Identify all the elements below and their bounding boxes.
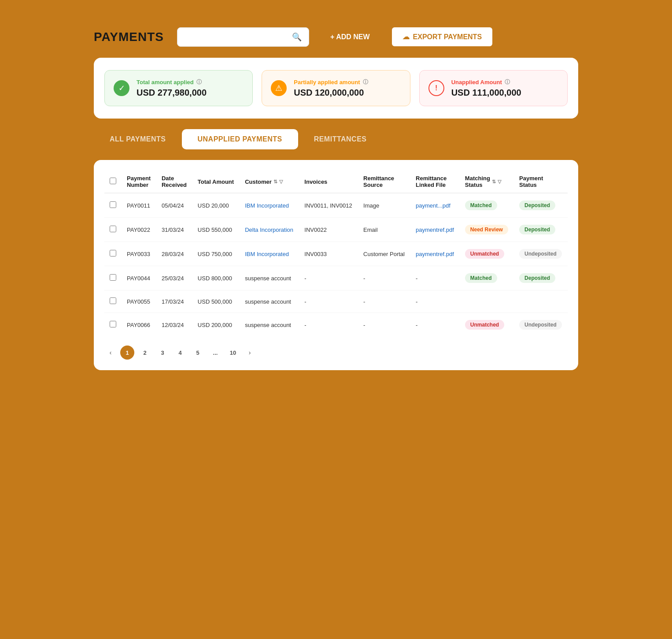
page-5-button[interactable]: 5 xyxy=(191,346,205,360)
cell-total-amount: USD 500,000 xyxy=(192,290,240,313)
cell-remittance-source: - xyxy=(358,290,410,313)
matching-status-badge: Matched xyxy=(465,273,497,283)
cell-remittance-linked-file[interactable]: paymentref.pdf xyxy=(410,218,460,242)
table-row: PAY004425/03/24USD 800,000suspense accou… xyxy=(104,266,568,290)
check-icon: ✓ xyxy=(114,80,129,96)
add-new-button[interactable]: + ADD NEW xyxy=(318,28,382,46)
cell-customer: suspense account xyxy=(240,266,299,290)
page-3-button[interactable]: 3 xyxy=(155,346,170,360)
row-checkbox-3[interactable] xyxy=(110,274,116,281)
row-checkbox-1[interactable] xyxy=(110,226,116,232)
col-remittance-source: RemittanceSource xyxy=(358,171,410,193)
page-10-button[interactable]: 10 xyxy=(226,346,240,360)
select-all-checkbox[interactable] xyxy=(110,178,116,184)
customer-filter-icon[interactable]: ⇅ xyxy=(273,179,277,185)
tab-all-payments[interactable]: ALL PAYMENTS xyxy=(94,129,182,149)
remittance-file-link[interactable]: paymentref.pdf xyxy=(416,251,454,257)
matching-sort-icon[interactable]: ▽ xyxy=(498,179,501,185)
cell-date-received: 17/03/24 xyxy=(156,290,192,313)
matching-status-badge: Need Review xyxy=(465,225,508,234)
col-matching-status: MatchingStatus ⇅ ▽ xyxy=(460,171,514,193)
cell-invoices: INV0022 xyxy=(299,218,358,242)
cell-matching-status: Matched xyxy=(460,266,514,290)
cell-payment-number: PAY0055 xyxy=(122,290,156,313)
row-checkbox-4[interactable] xyxy=(110,297,116,304)
cell-remittance-source: - xyxy=(358,313,410,337)
cell-matching-status xyxy=(460,290,514,313)
warning-icon: ⚠ xyxy=(271,80,287,96)
col-customer: Customer ⇅ ▽ xyxy=(240,171,299,193)
cell-payment-number: PAY0011 xyxy=(122,193,156,218)
customer-link[interactable]: IBM Incorporated xyxy=(245,202,289,209)
cell-invoices: - xyxy=(299,313,358,337)
cell-total-amount: USD 750,000 xyxy=(192,242,240,266)
tab-unapplied-payments[interactable]: UNAPPLIED PAYMENTS xyxy=(182,129,298,149)
page-title: PAYMENTS xyxy=(94,30,164,44)
remittance-file-link[interactable]: payment...pdf xyxy=(416,202,450,209)
cell-customer[interactable]: IBM Incorporated xyxy=(240,242,299,266)
customer-link[interactable]: IBM Incorporated xyxy=(245,251,289,257)
cell-payment-number: PAY0066 xyxy=(122,313,156,337)
cell-total-amount: USD 550,000 xyxy=(192,218,240,242)
cell-customer[interactable]: Delta Incorporation xyxy=(240,218,299,242)
cell-payment-status: Undeposited xyxy=(514,313,568,337)
cell-customer: suspense account xyxy=(240,313,299,337)
matching-filter-icon[interactable]: ⇅ xyxy=(492,179,496,185)
cell-customer[interactable]: IBM Incorporated xyxy=(240,193,299,218)
customer-link[interactable]: Delta Incorporation xyxy=(245,227,293,233)
page-1-button[interactable]: 1 xyxy=(120,346,134,360)
cell-remittance-source: Email xyxy=(358,218,410,242)
unapplied-label: Unapplied Amount ⓘ xyxy=(451,78,521,86)
cell-date-received: 25/03/24 xyxy=(156,266,192,290)
page-4-button[interactable]: 4 xyxy=(173,346,187,360)
col-payment-status: PaymentStatus xyxy=(514,171,568,193)
cell-payment-status xyxy=(514,290,568,313)
export-payments-button[interactable]: ☁ EXPORT PAYMENTS xyxy=(391,26,493,47)
row-checkbox-2[interactable] xyxy=(110,250,116,256)
cell-invoices: - xyxy=(299,266,358,290)
page-ellipsis: ... xyxy=(208,346,222,360)
row-checkbox-0[interactable] xyxy=(110,201,116,208)
total-applied-card: ✓ Total amount applied ⓘ USD 277,980,000 xyxy=(104,70,253,106)
info-icon-partial[interactable]: ⓘ xyxy=(363,78,368,86)
table-row: PAY001105/04/24USD 20,000IBM Incorporate… xyxy=(104,193,568,218)
pagination: ‹ 1 2 3 4 5 ... 10 › xyxy=(104,346,568,360)
prev-page-button[interactable]: ‹ xyxy=(104,346,117,359)
customer-sort-icon[interactable]: ▽ xyxy=(279,179,283,185)
search-input[interactable] xyxy=(185,33,292,41)
cell-payment-status: Deposited xyxy=(514,266,568,290)
tab-remittances[interactable]: REMITTANCES xyxy=(298,129,383,149)
cell-remittance-linked-file: - xyxy=(410,290,460,313)
next-page-button[interactable]: › xyxy=(244,346,256,359)
cell-remittance-linked-file[interactable]: payment...pdf xyxy=(410,193,460,218)
remittance-file-link[interactable]: paymentref.pdf xyxy=(416,227,454,233)
page-container: PAYMENTS 🔍 + ADD NEW ☁ EXPORT PAYMENTS ✓… xyxy=(94,26,578,370)
cell-remittance-source: Customer Portal xyxy=(358,242,410,266)
col-invoices: Invoices xyxy=(299,171,358,193)
alert-icon: ! xyxy=(428,80,444,96)
info-icon-unapplied[interactable]: ⓘ xyxy=(505,78,510,86)
cell-remittance-linked-file[interactable]: paymentref.pdf xyxy=(410,242,460,266)
payment-status-badge: Deposited xyxy=(519,201,555,210)
payments-table: PaymentNumber DateReceived Total Amount … xyxy=(104,171,568,337)
cell-matching-status: Unmatched xyxy=(460,242,514,266)
col-payment-number: PaymentNumber xyxy=(122,171,156,193)
cell-payment-number: PAY0022 xyxy=(122,218,156,242)
page-2-button[interactable]: 2 xyxy=(138,346,152,360)
partially-applied-label: Partially applied amount ⓘ xyxy=(294,78,368,86)
info-icon-total[interactable]: ⓘ xyxy=(196,78,202,86)
header: PAYMENTS 🔍 + ADD NEW ☁ EXPORT PAYMENTS xyxy=(94,26,578,47)
search-box: 🔍 xyxy=(177,27,309,47)
matching-status-badge: Matched xyxy=(465,201,497,210)
col-date-received: DateReceived xyxy=(156,171,192,193)
unapplied-value: USD 111,000,000 xyxy=(451,88,521,98)
table-body: PAY001105/04/24USD 20,000IBM Incorporate… xyxy=(104,193,568,337)
cell-date-received: 31/03/24 xyxy=(156,218,192,242)
table-row: PAY003328/03/24USD 750,000IBM Incorporat… xyxy=(104,242,568,266)
upload-icon: ☁ xyxy=(402,33,410,41)
matching-status-badge: Unmatched xyxy=(465,320,504,330)
unapplied-card: ! Unapplied Amount ⓘ USD 111,000,000 xyxy=(419,70,568,106)
matching-status-badge: Unmatched xyxy=(465,249,504,259)
row-checkbox-5[interactable] xyxy=(110,321,116,327)
cell-payment-status: Deposited xyxy=(514,218,568,242)
